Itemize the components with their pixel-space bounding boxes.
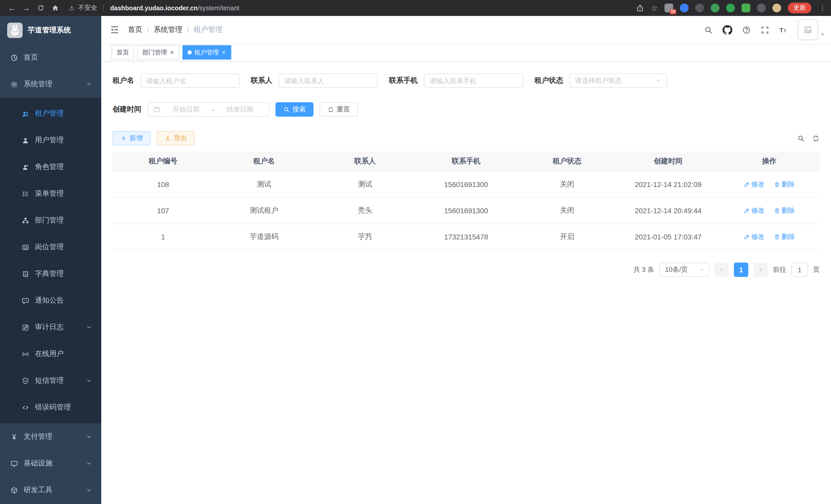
- extension-icon[interactable]: [711, 4, 719, 12]
- tab-dept-management[interactable]: 部门管理 ×: [137, 45, 179, 60]
- column-header-created: 创建时间: [618, 152, 719, 171]
- export-button[interactable]: 导出: [157, 131, 195, 145]
- message-icon: [22, 297, 29, 304]
- edit-link[interactable]: 修改: [743, 232, 765, 241]
- sidebar-item-dev-tools[interactable]: 研发工具: [0, 477, 101, 503]
- cell-status: 关闭: [517, 198, 618, 224]
- fullscreen-icon[interactable]: [761, 25, 769, 34]
- bookmark-star-icon[interactable]: ☆: [651, 4, 658, 12]
- extension-icon[interactable]: [757, 4, 766, 12]
- extension-icon[interactable]: [695, 4, 704, 12]
- extension-icon[interactable]: [726, 4, 735, 12]
- edit-icon: [743, 181, 749, 187]
- sidebar-item-tenant-management[interactable]: 租户管理: [0, 100, 101, 127]
- browser-update-button[interactable]: 更新: [788, 3, 811, 13]
- goto-suffix-label: 页: [813, 265, 820, 274]
- sidebar-item-home[interactable]: 首页: [0, 44, 101, 71]
- page-size-select[interactable]: 10条/页: [659, 263, 709, 277]
- user-avatar[interactable]: ▼: [798, 20, 825, 40]
- next-page-button[interactable]: [753, 263, 768, 277]
- dashboard-icon: [10, 54, 18, 61]
- toggle-search-icon[interactable]: [797, 135, 805, 142]
- tenant-status-select[interactable]: 请选择租户状态: [569, 73, 667, 88]
- cell-status: 开启: [517, 224, 618, 250]
- search-icon[interactable]: [704, 25, 713, 34]
- filter-row-1: 租户名 联系人 联系手机 租户状态 请选择租户状态: [113, 73, 820, 88]
- search-button[interactable]: 搜索: [276, 102, 314, 117]
- url-text[interactable]: dashboard.yudao.iocoder.cn/system/tenant: [110, 4, 239, 11]
- reload-button[interactable]: [34, 1, 47, 14]
- github-icon[interactable]: [722, 25, 732, 35]
- sidebar-item-sms-management[interactable]: 短信管理: [0, 367, 101, 394]
- plus-icon: [120, 135, 127, 142]
- list-icon: [22, 190, 29, 198]
- sidebar-item-payment-management[interactable]: 支付管理: [0, 423, 101, 450]
- delete-link[interactable]: 删除: [774, 232, 795, 241]
- sidebar-item-menu-management[interactable]: 菜单管理: [0, 180, 101, 207]
- sidebar-item-user-management[interactable]: 用户管理: [0, 127, 101, 154]
- start-date-placeholder: 开始日期: [163, 105, 210, 114]
- refresh-icon: [327, 106, 334, 113]
- table-toolbar: 新增 导出: [113, 131, 820, 145]
- delete-link[interactable]: 删除: [774, 180, 795, 189]
- browser-menu-icon[interactable]: ⋮: [819, 4, 826, 12]
- add-button[interactable]: 新增: [113, 131, 150, 145]
- page-number-button[interactable]: 1: [734, 263, 748, 277]
- prev-page-button[interactable]: [714, 263, 729, 277]
- cell-tenant-id: 108: [113, 171, 213, 198]
- tab-tenant-management[interactable]: 租户管理 ×: [182, 45, 231, 60]
- sidebar-item-dept-management[interactable]: 部门管理: [0, 207, 101, 234]
- sidebar-item-system-management[interactable]: 系统管理: [0, 71, 101, 98]
- back-button[interactable]: ←: [5, 1, 19, 14]
- extension-icon[interactable]: [680, 4, 689, 12]
- edit-link[interactable]: 修改: [743, 206, 765, 215]
- sidebar-item-online-users[interactable]: 在线用户: [0, 340, 101, 367]
- extension-icon[interactable]: [772, 4, 781, 12]
- sidebar-item-post-management[interactable]: 岗位管理: [0, 234, 101, 261]
- breadcrumb-system[interactable]: 系统管理: [154, 25, 182, 34]
- goto-page-input[interactable]: [792, 263, 808, 277]
- broadcast-icon: [22, 350, 29, 358]
- address-bar[interactable]: ⚠ 不安全 dashboard.yudao.iocoder.cn/system/…: [69, 4, 628, 12]
- extension-icon[interactable]: 10: [664, 4, 673, 12]
- share-icon[interactable]: [635, 4, 644, 12]
- sidebar-item-dict-management[interactable]: 字典管理: [0, 261, 101, 287]
- chevron-down-icon: [699, 267, 705, 272]
- sidebar-item-error-code-management[interactable]: 错误码管理: [0, 394, 101, 421]
- avatar-broken-image-icon: [798, 20, 818, 40]
- table-row: 108 测试 测试 15601691300 关闭 2021-12-14 21:0…: [113, 171, 820, 198]
- breadcrumb-home[interactable]: 首页: [128, 25, 142, 34]
- sidebar-item-role-management[interactable]: 角色管理: [0, 154, 101, 180]
- font-size-icon[interactable]: [779, 25, 788, 34]
- sidebar-toggle-button[interactable]: [110, 25, 120, 35]
- create-time-range-picker[interactable]: 开始日期 - 结束日期: [147, 102, 269, 117]
- table-row: 1 芋道源码 芋艿 17321315478 开启 2021-01-05 17:0…: [113, 224, 820, 250]
- column-header-phone: 联系手机: [416, 152, 516, 171]
- sidebar-item-notice[interactable]: 通知公告: [0, 287, 101, 314]
- phone-input[interactable]: [424, 73, 523, 88]
- delete-link[interactable]: 删除: [774, 206, 795, 215]
- home-button[interactable]: [48, 1, 62, 14]
- forward-button[interactable]: →: [20, 1, 33, 14]
- tab-home[interactable]: 首页: [112, 45, 134, 60]
- cell-phone: 15601691300: [416, 171, 516, 198]
- column-header-contact: 联系人: [315, 152, 416, 171]
- edit-link[interactable]: 修改: [743, 180, 765, 189]
- chevron-right-icon: [757, 267, 764, 273]
- tags-view-bar: 首页 部门管理 × 租户管理 ×: [101, 44, 831, 62]
- security-label[interactable]: 不安全: [78, 4, 97, 12]
- sidebar-item-audit-log[interactable]: 审计日志: [0, 314, 101, 340]
- edit-icon: [743, 208, 749, 214]
- sidebar-item-infrastructure[interactable]: 基础设施: [0, 450, 101, 477]
- close-icon[interactable]: ×: [222, 49, 226, 56]
- reset-button[interactable]: 重置: [320, 102, 358, 117]
- refresh-table-icon[interactable]: [812, 135, 820, 142]
- help-icon[interactable]: [742, 25, 751, 34]
- extension-icon[interactable]: [742, 4, 750, 12]
- divider: [104, 4, 104, 11]
- chevron-up-icon: [86, 81, 92, 87]
- close-icon[interactable]: ×: [170, 49, 174, 56]
- contact-input[interactable]: [279, 73, 378, 88]
- search-icon: [283, 106, 290, 113]
- tenant-name-input[interactable]: [140, 73, 239, 88]
